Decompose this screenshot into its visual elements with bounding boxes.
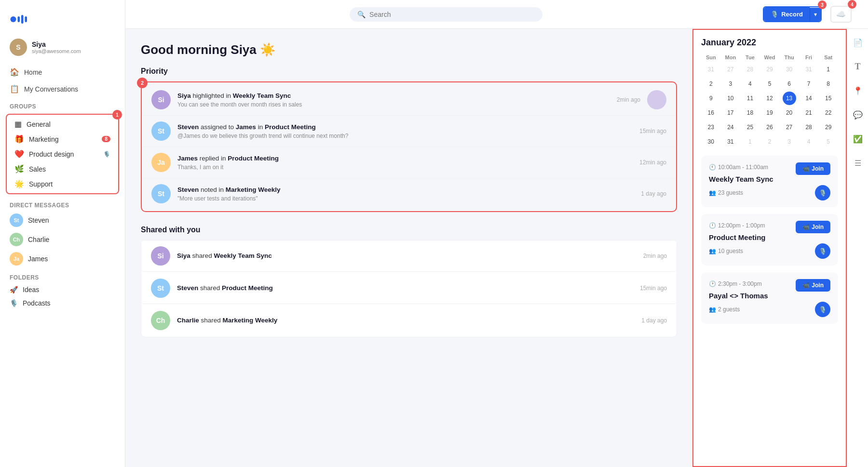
dm-steven[interactable]: St Steven	[0, 211, 125, 230]
cal-day-4-next[interactable]: 4	[802, 135, 815, 148]
cal-day-13-today[interactable]: 13	[783, 92, 796, 105]
meeting-card-2: 🕑 2:30pm - 3:00pm 📹 Join Payal <> Thomas…	[701, 272, 838, 324]
cal-day-1-next[interactable]: 1	[743, 135, 757, 148]
cal-day-11[interactable]: 11	[743, 92, 757, 105]
cal-day-28[interactable]: 28	[802, 120, 815, 134]
shared-item-0[interactable]: Si Siya shared Weekly Team Sync 2min ago	[141, 240, 677, 272]
sidebar-item-product-design[interactable]: ❤️ Product design 🎙️	[7, 147, 118, 161]
cal-day-17[interactable]: 17	[724, 106, 737, 120]
meeting-time-1: 🕛 12:00pm - 1:00pm	[709, 222, 765, 229]
folder-podcasts[interactable]: 🎙️ Podcasts	[0, 296, 125, 310]
activity-avatar-siya: Si	[151, 90, 171, 109]
cal-day-18[interactable]: 18	[743, 106, 757, 120]
cal-day-4[interactable]: 4	[743, 77, 757, 91]
upload-button[interactable]: ☁️	[830, 6, 852, 23]
join-button-0[interactable]: 📹 Join	[796, 162, 830, 175]
record-chevron-button[interactable]: ▾	[810, 8, 821, 21]
search-bar[interactable]: 🔍	[350, 7, 542, 22]
meeting-guests-0: 👥 23 guests	[709, 189, 743, 196]
cal-day-15[interactable]: 15	[822, 92, 835, 105]
folder-ideas[interactable]: 🚀 Ideas	[0, 283, 125, 296]
video-icon-0: 📹	[802, 165, 810, 172]
cal-head-sun: Sun	[701, 53, 721, 62]
dm-section-title: Direct Messages	[0, 196, 125, 211]
cal-day-27[interactable]: 27	[783, 120, 796, 134]
search-input[interactable]	[369, 11, 535, 18]
sidebar-item-home[interactable]: 🏠 Home	[0, 64, 125, 80]
cal-day-31-prev[interactable]: 31	[704, 63, 718, 76]
priority-item-2[interactable]: Ja James replied in Product Meeting Than…	[142, 147, 676, 178]
cal-day-23[interactable]: 23	[704, 120, 718, 134]
cal-day-24[interactable]: 24	[724, 120, 737, 134]
cal-day-7[interactable]: 7	[802, 77, 815, 91]
user-profile[interactable]: S Siya siya@awesome.com	[0, 35, 125, 64]
cal-day-9[interactable]: 9	[704, 92, 718, 105]
join-button-1[interactable]: 📹 Join	[796, 221, 830, 233]
cal-day-16[interactable]: 16	[704, 106, 718, 120]
sidebar-item-sales[interactable]: 🌿 Sales	[7, 161, 118, 176]
icon-bar-text[interactable]: T	[850, 59, 866, 74]
meeting-mic-button-1[interactable]: 🎙️	[815, 243, 830, 259]
cal-day-20[interactable]: 20	[783, 106, 796, 120]
cal-day-5-next[interactable]: 5	[822, 135, 835, 148]
cal-day-1[interactable]: 1	[822, 63, 835, 76]
meeting-guests-row-1: 👥 10 guests 🎙️	[709, 243, 830, 259]
shared-item-2[interactable]: Ch Charlie shared Marketing Weekly 1 day…	[141, 305, 677, 336]
cal-day-28-prev[interactable]: 28	[743, 63, 757, 76]
sidebar-item-marketing[interactable]: 🎁 Marketing 8	[7, 132, 118, 147]
cal-head-tue: Tue	[740, 53, 760, 62]
cal-day-22[interactable]: 22	[822, 106, 835, 120]
dm-charlie[interactable]: Ch Charlie	[0, 230, 125, 249]
dm-james[interactable]: Ja James	[0, 249, 125, 268]
conversations-icon: 📋	[10, 84, 19, 93]
join-button-2[interactable]: 📹 Join	[796, 279, 830, 292]
cal-day-6[interactable]: 6	[783, 77, 796, 91]
cal-day-29-prev[interactable]: 29	[763, 63, 776, 76]
cal-day-2-next[interactable]: 2	[763, 135, 776, 148]
cal-day-30[interactable]: 30	[704, 135, 718, 148]
cal-day-14[interactable]: 14	[802, 92, 815, 105]
cal-head-wed: Wed	[760, 53, 780, 62]
meeting-mic-button-0[interactable]: 🎙️	[815, 185, 830, 200]
activity-text-0: Siya highlighted in Weekly Team Sync	[177, 92, 606, 101]
cal-day-21[interactable]: 21	[802, 106, 815, 120]
cal-day-25[interactable]: 25	[743, 120, 757, 134]
cal-day-29[interactable]: 29	[822, 120, 835, 134]
icon-bar-list[interactable]: ☰	[850, 155, 866, 171]
sidebar-item-general[interactable]: ▦ General	[7, 117, 118, 132]
activity-body-3: Steven noted in Marketing Weekly "More u…	[177, 186, 630, 202]
record-main-button[interactable]: 🎙️ Record	[764, 7, 810, 21]
sidebar-item-support[interactable]: 🌟 Support	[7, 176, 118, 191]
cal-day-27-prev[interactable]: 27	[724, 63, 737, 76]
cal-day-2[interactable]: 2	[704, 77, 718, 91]
cal-day-31[interactable]: 31	[724, 135, 737, 148]
icon-bar-pin[interactable]: 📍	[850, 83, 866, 98]
sidebar-item-my-conversations[interactable]: 📋 My Conversations	[0, 80, 125, 97]
charlie-avatar: Ch	[10, 233, 23, 246]
priority-item-1[interactable]: St Steven assigned to James in Product M…	[142, 116, 676, 147]
cal-day-31-prev2[interactable]: 31	[802, 63, 815, 76]
right-icon-bar: 📄 T 📍 💬 ✅ ☰	[847, 29, 868, 467]
icon-bar-document[interactable]: 📄	[850, 35, 866, 50]
cal-day-12[interactable]: 12	[763, 92, 776, 105]
meeting-mic-button-2[interactable]: 🎙️	[815, 302, 830, 317]
cal-day-8[interactable]: 8	[822, 77, 835, 91]
calendar-grid: Sun Mon Tue Wed Thu Fri Sat 31 27 28 29 …	[701, 53, 838, 149]
priority-item-0[interactable]: Si Siya highlighted in Weekly Team Sync …	[142, 84, 676, 116]
activity-time-3: 1 day ago	[641, 190, 666, 197]
priority-item-3[interactable]: St Steven noted in Marketing Weekly "Mor…	[142, 178, 676, 209]
svg-point-0	[11, 16, 16, 22]
cal-day-26[interactable]: 26	[763, 120, 776, 134]
clock-icon-0: 🕙	[709, 164, 716, 171]
cal-day-3[interactable]: 3	[724, 77, 737, 91]
cal-day-5[interactable]: 5	[763, 77, 776, 91]
cal-day-30-prev[interactable]: 30	[783, 63, 796, 76]
icon-bar-check[interactable]: ✅	[850, 131, 866, 147]
cal-day-3-next[interactable]: 3	[783, 135, 796, 148]
icon-bar-chat[interactable]: 💬	[850, 107, 866, 122]
meeting-guests-row-2: 👥 2 guests 🎙️	[709, 302, 830, 317]
shared-item-1[interactable]: St Steven shared Product Meeting 15min a…	[141, 273, 677, 304]
priority-title: Priority	[141, 67, 677, 76]
cal-day-19[interactable]: 19	[763, 106, 776, 120]
cal-day-10[interactable]: 10	[724, 92, 737, 105]
